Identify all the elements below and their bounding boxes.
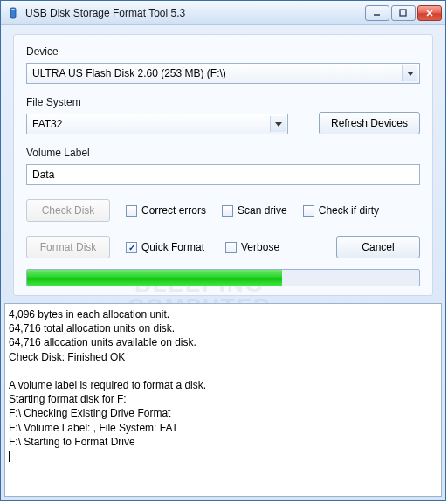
checkbox-icon <box>303 205 314 217</box>
filesystem-label: File System <box>26 96 288 108</box>
volume-label-input[interactable] <box>26 164 420 185</box>
window-title: USB Disk Storage Format Tool 5.3 <box>25 7 365 19</box>
quick-format-checkbox[interactable]: ✓ Quick Format <box>126 241 204 253</box>
device-dropdown[interactable]: ULTRA US Flash Disk 2.60 (253 MB) (F:\) <box>26 63 420 84</box>
app-icon <box>6 6 20 20</box>
progress-fill <box>27 270 282 286</box>
log-text: 4,096 bytes in each allocation unit. 64,… <box>9 308 206 448</box>
verbose-checkbox[interactable]: Verbose <box>225 241 279 253</box>
device-selected: ULTRA US Flash Disk 2.60 (253 MB) (F:\) <box>32 67 226 79</box>
svg-rect-1 <box>12 9 15 10</box>
text-cursor <box>9 451 10 462</box>
main-content: BLEEPING COMPUTER Device ULTRA US Flash … <box>1 25 445 303</box>
checkbox-icon <box>225 242 237 253</box>
settings-panel: BLEEPING COMPUTER Device ULTRA US Flash … <box>13 34 433 296</box>
checkbox-label: Scan drive <box>238 204 287 217</box>
filesystem-selected: FAT32 <box>32 118 62 130</box>
check-disk-button[interactable]: Check Disk <box>26 199 110 222</box>
checkbox-icon <box>222 205 233 217</box>
volume-label-label: Volume Label <box>26 147 420 159</box>
progress-bar <box>26 269 420 286</box>
checkbox-icon: ✓ <box>126 242 137 253</box>
scan-drive-checkbox[interactable]: Scan drive <box>222 204 287 217</box>
close-button[interactable] <box>417 5 442 21</box>
format-disk-button[interactable]: Format Disk <box>26 236 110 258</box>
maximize-button[interactable] <box>391 5 416 21</box>
refresh-devices-button[interactable]: Refresh Devices <box>319 112 420 134</box>
device-label: Device <box>26 45 420 58</box>
chevron-down-icon <box>402 65 417 81</box>
log-output[interactable]: 4,096 bytes in each allocation unit. 64,… <box>4 303 442 497</box>
checkbox-label: Check if dirty <box>319 204 379 217</box>
cancel-button[interactable]: Cancel <box>336 236 420 258</box>
filesystem-dropdown[interactable]: FAT32 <box>26 114 288 134</box>
checkbox-label: Verbose <box>241 241 279 253</box>
titlebar: USB Disk Storage Format Tool 5.3 <box>1 1 445 25</box>
window-controls <box>365 5 442 21</box>
checkbox-icon <box>126 205 137 217</box>
checkbox-label: Quick Format <box>141 241 204 253</box>
check-dirty-checkbox[interactable]: Check if dirty <box>303 204 379 217</box>
svg-marker-7 <box>275 122 282 127</box>
svg-rect-3 <box>400 10 406 16</box>
minimize-button[interactable] <box>365 5 389 21</box>
checkbox-label: Correct errors <box>141 204 206 217</box>
app-window: USB Disk Storage Format Tool 5.3 BLEEPIN… <box>0 0 446 501</box>
chevron-down-icon <box>270 116 286 132</box>
svg-marker-6 <box>407 72 414 76</box>
correct-errors-checkbox[interactable]: Correct errors <box>126 204 206 217</box>
